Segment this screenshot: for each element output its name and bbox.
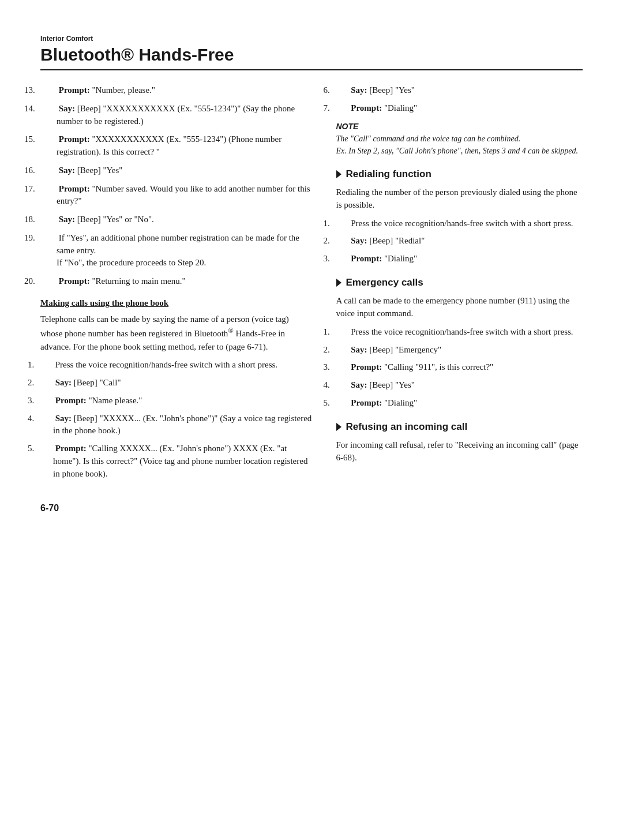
- list-item: 1. Press the voice recognition/hands-fre…: [336, 326, 583, 339]
- emergency-heading: Emergency calls: [336, 277, 583, 288]
- phone-book-intro: Telephone calls can be made by saying th…: [40, 313, 313, 354]
- page-number: 6-70: [40, 503, 313, 513]
- list-item: 2. Say: [Beep] "Redial": [336, 235, 583, 247]
- list-item: 5. Prompt: "Dialing": [336, 397, 583, 410]
- triangle-icon: [336, 279, 341, 287]
- emergency-intro: A call can be made to the emergency phon…: [336, 294, 583, 320]
- emergency-steps: 1. Press the voice recognition/hands-fre…: [336, 326, 583, 410]
- note-text: The "Call" command and the voice tag can…: [336, 133, 583, 157]
- note-title: NOTE: [336, 122, 583, 131]
- list-item: 3. Prompt: "Dialing": [336, 253, 583, 265]
- list-item: 4. Say: [Beep] "XXXXX... (Ex. "John's ph…: [40, 412, 313, 438]
- list-item: 5. Prompt: "Calling XXXXX... (Ex. "John'…: [40, 442, 313, 480]
- list-item: 17. Prompt: "Number saved. Would you lik…: [40, 183, 313, 208]
- redialing-heading: Redialing function: [336, 168, 583, 180]
- list-item: 4. Say: [Beep] "Yes": [336, 379, 583, 392]
- list-item: 13. Prompt: "Number, please.": [40, 84, 313, 97]
- list-item: 16. Say: [Beep] "Yes": [40, 164, 313, 177]
- right-column: 6. Say: [Beep] "Yes" 7. Prompt: "Dialing…: [336, 84, 583, 513]
- list-item: 6. Say: [Beep] "Yes": [336, 84, 583, 97]
- left-column: 13. Prompt: "Number, please." 14. Say: […: [40, 84, 313, 513]
- list-item: 14. Say: [Beep] "XXXXXXXXXXX (Ex. "555-1…: [40, 103, 313, 128]
- phone-book-steps: 1. Press the voice recognition/hands-fre…: [40, 359, 313, 480]
- list-item: 15. Prompt: "XXXXXXXXXXX (Ex. "555-1234"…: [40, 133, 313, 159]
- list-item: 2. Say: [Beep] "Call": [40, 377, 313, 389]
- intro-list: 13. Prompt: "Number, please." 14. Say: […: [40, 84, 313, 288]
- section-label: Interior Comfort: [40, 35, 583, 43]
- refusing-heading: Refusing an incoming call: [336, 421, 583, 433]
- list-item: 2. Say: [Beep] "Emergency": [336, 344, 583, 357]
- list-item: 1. Press the voice recognition/hands-fre…: [336, 217, 583, 230]
- steps-continued: 6. Say: [Beep] "Yes" 7. Prompt: "Dialing…: [336, 84, 583, 115]
- triangle-icon: [336, 170, 341, 178]
- page-header: Interior Comfort Bluetooth® Hands-Free: [40, 35, 583, 70]
- main-content: 13. Prompt: "Number, please." 14. Say: […: [40, 84, 583, 513]
- list-item: 3. Prompt: "Calling "911", is this corre…: [336, 361, 583, 374]
- triangle-icon: [336, 423, 341, 431]
- list-item: 3. Prompt: "Name please.": [40, 395, 313, 407]
- list-item: 7. Prompt: "Dialing": [336, 102, 583, 115]
- redialing-steps: 1. Press the voice recognition/hands-fre…: [336, 217, 583, 265]
- page-container: Interior Comfort Bluetooth® Hands-Free 1…: [40, 35, 583, 513]
- phone-book-heading: Making calls using the phone book: [40, 298, 313, 308]
- page-title: Bluetooth® Hands-Free: [40, 45, 583, 70]
- note-block: NOTE The "Call" command and the voice ta…: [336, 122, 583, 157]
- list-item: 18. Say: [Beep] "Yes" or "No".: [40, 213, 313, 226]
- redialing-intro: Redialing the number of the person previ…: [336, 186, 583, 212]
- list-item: 1. Press the voice recognition/hands-fre…: [40, 359, 313, 372]
- refusing-intro: For incoming call refusal, refer to "Rec…: [336, 438, 583, 464]
- list-item: 20. Prompt: "Returning to main menu.": [40, 275, 313, 288]
- list-item: 19. If "Yes", an additional phone number…: [40, 232, 313, 269]
